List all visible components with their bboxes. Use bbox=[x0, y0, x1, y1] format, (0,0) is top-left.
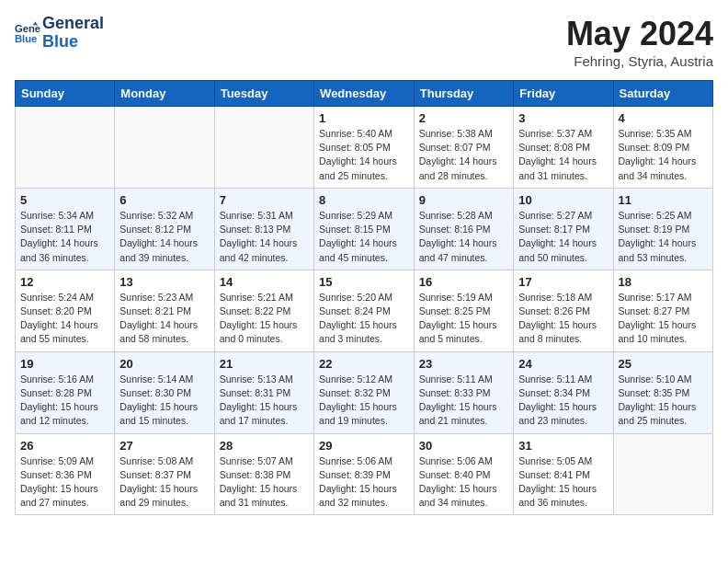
day-info: Sunrise: 5:11 AM Sunset: 8:33 PM Dayligh… bbox=[419, 373, 508, 429]
day-number: 11 bbox=[619, 193, 709, 207]
day-number: 17 bbox=[518, 275, 608, 289]
calendar-cell: 22Sunrise: 5:12 AM Sunset: 8:32 PM Dayli… bbox=[314, 351, 415, 433]
svg-text:Blue: Blue bbox=[15, 33, 37, 44]
day-number: 10 bbox=[518, 193, 608, 207]
day-info: Sunrise: 5:27 AM Sunset: 8:17 PM Dayligh… bbox=[518, 209, 608, 265]
calendar-cell: 1Sunrise: 5:40 AM Sunset: 8:05 PM Daylig… bbox=[314, 107, 415, 189]
day-number: 22 bbox=[319, 357, 409, 371]
day-number: 20 bbox=[119, 357, 209, 371]
day-number: 30 bbox=[419, 439, 508, 453]
title-block: May 2024 Fehring, Styria, Austria bbox=[566, 15, 713, 69]
day-number: 1 bbox=[319, 111, 409, 125]
weekday-header: Sunday bbox=[16, 81, 115, 107]
calendar-cell: 9Sunrise: 5:28 AM Sunset: 8:16 PM Daylig… bbox=[414, 188, 513, 270]
day-number: 19 bbox=[20, 357, 109, 371]
day-number: 28 bbox=[220, 439, 309, 453]
calendar-cell: 8Sunrise: 5:29 AM Sunset: 8:15 PM Daylig… bbox=[314, 188, 415, 270]
day-number: 18 bbox=[619, 275, 709, 289]
logo-line1: General bbox=[42, 15, 104, 33]
day-number: 23 bbox=[419, 357, 508, 371]
day-info: Sunrise: 5:12 AM Sunset: 8:32 PM Dayligh… bbox=[319, 373, 409, 429]
calendar-cell: 18Sunrise: 5:17 AM Sunset: 8:27 PM Dayli… bbox=[613, 270, 713, 351]
calendar-week-row: 12Sunrise: 5:24 AM Sunset: 8:20 PM Dayli… bbox=[16, 270, 713, 351]
day-info: Sunrise: 5:13 AM Sunset: 8:31 PM Dayligh… bbox=[220, 373, 309, 429]
calendar-cell: 5Sunrise: 5:34 AM Sunset: 8:11 PM Daylig… bbox=[16, 188, 115, 270]
day-info: Sunrise: 5:09 AM Sunset: 8:36 PM Dayligh… bbox=[20, 454, 109, 511]
calendar-cell: 13Sunrise: 5:23 AM Sunset: 8:21 PM Dayli… bbox=[115, 270, 214, 351]
day-info: Sunrise: 5:23 AM Sunset: 8:21 PM Dayligh… bbox=[119, 291, 209, 347]
page-header: General Blue General Blue May 2024 Fehri… bbox=[15, 15, 713, 69]
calendar-cell: 26Sunrise: 5:09 AM Sunset: 8:36 PM Dayli… bbox=[16, 433, 115, 515]
logo-line2: Blue bbox=[42, 33, 104, 52]
day-info: Sunrise: 5:25 AM Sunset: 8:19 PM Dayligh… bbox=[619, 209, 709, 265]
day-number: 21 bbox=[220, 357, 309, 371]
calendar-cell: 6Sunrise: 5:32 AM Sunset: 8:12 PM Daylig… bbox=[115, 188, 214, 270]
calendar-cell: 25Sunrise: 5:10 AM Sunset: 8:35 PM Dayli… bbox=[613, 351, 713, 433]
day-number: 12 bbox=[20, 275, 109, 289]
day-number: 13 bbox=[119, 275, 209, 289]
calendar-cell: 17Sunrise: 5:18 AM Sunset: 8:26 PM Dayli… bbox=[514, 270, 613, 351]
day-number: 9 bbox=[419, 193, 508, 207]
day-info: Sunrise: 5:10 AM Sunset: 8:35 PM Dayligh… bbox=[619, 373, 709, 429]
calendar-week-row: 1Sunrise: 5:40 AM Sunset: 8:05 PM Daylig… bbox=[16, 107, 713, 189]
day-info: Sunrise: 5:28 AM Sunset: 8:16 PM Dayligh… bbox=[419, 209, 508, 265]
day-info: Sunrise: 5:31 AM Sunset: 8:13 PM Dayligh… bbox=[220, 209, 309, 265]
day-info: Sunrise: 5:29 AM Sunset: 8:15 PM Dayligh… bbox=[319, 209, 409, 265]
weekday-header: Thursday bbox=[414, 81, 513, 107]
day-number: 25 bbox=[619, 357, 709, 371]
calendar-week-row: 19Sunrise: 5:16 AM Sunset: 8:28 PM Dayli… bbox=[16, 351, 713, 433]
calendar-cell: 19Sunrise: 5:16 AM Sunset: 8:28 PM Dayli… bbox=[16, 351, 115, 433]
day-number: 2 bbox=[419, 111, 508, 125]
day-info: Sunrise: 5:20 AM Sunset: 8:24 PM Dayligh… bbox=[319, 291, 409, 347]
calendar-cell: 12Sunrise: 5:24 AM Sunset: 8:20 PM Dayli… bbox=[16, 270, 115, 351]
day-info: Sunrise: 5:08 AM Sunset: 8:37 PM Dayligh… bbox=[119, 454, 209, 511]
calendar-cell: 2Sunrise: 5:38 AM Sunset: 8:07 PM Daylig… bbox=[414, 107, 513, 189]
calendar-cell: 7Sunrise: 5:31 AM Sunset: 8:13 PM Daylig… bbox=[214, 188, 313, 270]
weekday-header: Saturday bbox=[613, 81, 713, 107]
logo-icon: General Blue bbox=[15, 20, 40, 46]
logo: General Blue General Blue bbox=[15, 15, 104, 52]
day-number: 24 bbox=[518, 357, 608, 371]
location: Fehring, Styria, Austria bbox=[566, 53, 713, 69]
weekday-header: Wednesday bbox=[314, 81, 415, 107]
calendar-cell bbox=[613, 433, 713, 515]
day-number: 29 bbox=[319, 439, 409, 453]
weekday-header: Tuesday bbox=[214, 81, 313, 107]
calendar-week-row: 26Sunrise: 5:09 AM Sunset: 8:36 PM Dayli… bbox=[16, 433, 713, 515]
day-info: Sunrise: 5:34 AM Sunset: 8:11 PM Dayligh… bbox=[20, 209, 109, 265]
calendar-week-row: 5Sunrise: 5:34 AM Sunset: 8:11 PM Daylig… bbox=[16, 188, 713, 270]
calendar-cell: 29Sunrise: 5:06 AM Sunset: 8:39 PM Dayli… bbox=[314, 433, 415, 515]
day-info: Sunrise: 5:05 AM Sunset: 8:41 PM Dayligh… bbox=[518, 454, 608, 511]
calendar-cell: 3Sunrise: 5:37 AM Sunset: 8:08 PM Daylig… bbox=[514, 107, 613, 189]
calendar-cell: 4Sunrise: 5:35 AM Sunset: 8:09 PM Daylig… bbox=[613, 107, 713, 189]
day-number: 15 bbox=[319, 275, 409, 289]
calendar-cell: 24Sunrise: 5:11 AM Sunset: 8:34 PM Dayli… bbox=[514, 351, 613, 433]
day-number: 3 bbox=[518, 111, 608, 125]
day-number: 26 bbox=[20, 439, 109, 453]
day-info: Sunrise: 5:14 AM Sunset: 8:30 PM Dayligh… bbox=[119, 373, 209, 429]
calendar-cell bbox=[115, 107, 214, 189]
day-info: Sunrise: 5:38 AM Sunset: 8:07 PM Dayligh… bbox=[419, 127, 508, 183]
day-info: Sunrise: 5:24 AM Sunset: 8:20 PM Dayligh… bbox=[20, 291, 109, 347]
day-number: 27 bbox=[119, 439, 209, 453]
calendar-cell: 15Sunrise: 5:20 AM Sunset: 8:24 PM Dayli… bbox=[314, 270, 415, 351]
day-number: 31 bbox=[518, 439, 608, 453]
day-info: Sunrise: 5:06 AM Sunset: 8:40 PM Dayligh… bbox=[419, 454, 508, 511]
calendar-cell: 10Sunrise: 5:27 AM Sunset: 8:17 PM Dayli… bbox=[514, 188, 613, 270]
calendar-cell: 21Sunrise: 5:13 AM Sunset: 8:31 PM Dayli… bbox=[214, 351, 313, 433]
weekday-header: Friday bbox=[514, 81, 613, 107]
day-number: 6 bbox=[119, 193, 209, 207]
calendar-cell: 16Sunrise: 5:19 AM Sunset: 8:25 PM Dayli… bbox=[414, 270, 513, 351]
day-number: 14 bbox=[220, 275, 309, 289]
day-number: 7 bbox=[220, 193, 309, 207]
calendar-cell: 31Sunrise: 5:05 AM Sunset: 8:41 PM Dayli… bbox=[514, 433, 613, 515]
calendar-cell: 30Sunrise: 5:06 AM Sunset: 8:40 PM Dayli… bbox=[414, 433, 513, 515]
weekday-header-row: SundayMondayTuesdayWednesdayThursdayFrid… bbox=[16, 81, 713, 107]
day-info: Sunrise: 5:40 AM Sunset: 8:05 PM Dayligh… bbox=[319, 127, 409, 183]
calendar-cell: 20Sunrise: 5:14 AM Sunset: 8:30 PM Dayli… bbox=[115, 351, 214, 433]
calendar-cell: 23Sunrise: 5:11 AM Sunset: 8:33 PM Dayli… bbox=[414, 351, 513, 433]
day-number: 4 bbox=[619, 111, 709, 125]
day-info: Sunrise: 5:19 AM Sunset: 8:25 PM Dayligh… bbox=[419, 291, 508, 347]
day-info: Sunrise: 5:16 AM Sunset: 8:28 PM Dayligh… bbox=[20, 373, 109, 429]
day-info: Sunrise: 5:07 AM Sunset: 8:38 PM Dayligh… bbox=[220, 454, 309, 511]
